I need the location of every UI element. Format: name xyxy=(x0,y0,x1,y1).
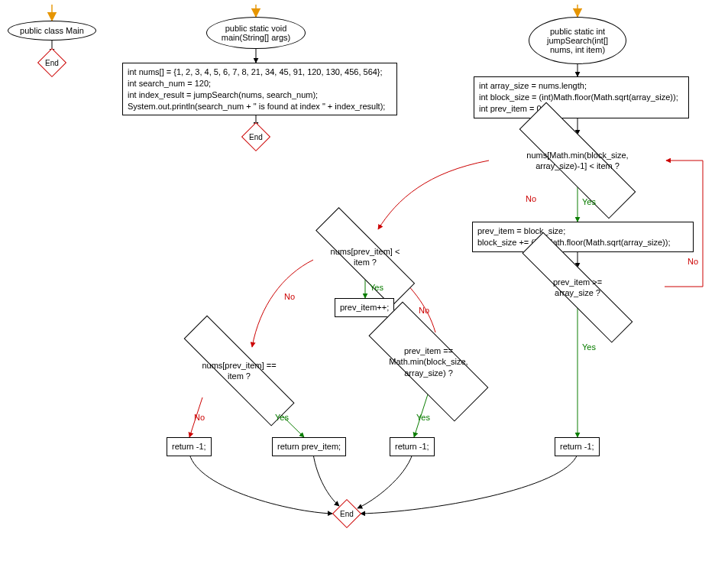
fc3-cond4-decision: prev_item == Math.min(block_size, array_… xyxy=(344,329,513,394)
edge-label-yes: Yes xyxy=(582,342,596,352)
fc3-start-terminal: public static int jumpSearch(int[] nums,… xyxy=(529,17,626,64)
edge-label-yes: Yes xyxy=(370,283,383,292)
flowchart-canvas: public class Main End public static void… xyxy=(0,0,728,561)
fc3-cond1-decision: nums[Math.min(block_size, array_size)-1]… xyxy=(489,135,666,186)
fc3-cond5-decision: nums[prev_item] == item ? xyxy=(153,349,325,393)
fc3-return-neg1-c: return -1; xyxy=(167,437,212,456)
edge-label-no: No xyxy=(194,413,205,422)
edge-label-yes: Yes xyxy=(275,413,289,422)
end-label: End xyxy=(45,59,59,67)
fc3-return-neg1-a: return -1; xyxy=(555,437,600,456)
fc3-init-process: int array_size = nums.length; int block_… xyxy=(474,76,689,118)
fc2-start-terminal: public static void main(String[] args) xyxy=(206,17,306,49)
edge-label-no: No xyxy=(284,292,295,301)
end-label: End xyxy=(249,133,263,141)
edge-label-no: No xyxy=(688,257,698,266)
end-label: End xyxy=(340,510,354,518)
fc3-cond3-decision: nums[prev_item] < item ? xyxy=(290,235,440,279)
edge-label-yes: Yes xyxy=(582,197,596,206)
fc2-body-process: int nums[] = {1, 2, 3, 4, 5, 6, 7, 8, 21… xyxy=(122,63,397,115)
fc1-end-terminal: End xyxy=(38,52,66,73)
fc3-body1-process: prev_item = block_size; block_size += (i… xyxy=(472,222,694,252)
fc3-return-neg1-b: return -1; xyxy=(390,437,435,456)
edge-label-yes: Yes xyxy=(416,413,430,422)
fc3-cond2-decision: prev_item >= array_size ? xyxy=(489,268,666,307)
fc3-end-terminal: End xyxy=(333,503,361,524)
edge-label-no: No xyxy=(419,306,429,315)
edge-label-no: No xyxy=(526,194,536,203)
fc1-start-terminal: public class Main xyxy=(8,21,96,41)
fc3-return-prev: return prev_item; xyxy=(272,437,346,456)
fc2-end-terminal: End xyxy=(242,126,270,148)
fc3-inc-process: prev_item++; xyxy=(335,298,394,317)
